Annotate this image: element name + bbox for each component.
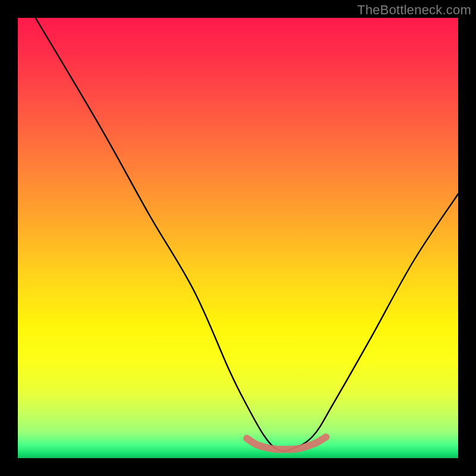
watermark-text: TheBottleneck.com bbox=[357, 2, 471, 18]
chart-svg bbox=[18, 18, 458, 458]
floor-path bbox=[247, 437, 326, 449]
plot-area bbox=[18, 18, 458, 458]
curve-path bbox=[36, 18, 458, 451]
chart-frame: TheBottleneck.com bbox=[0, 0, 476, 476]
